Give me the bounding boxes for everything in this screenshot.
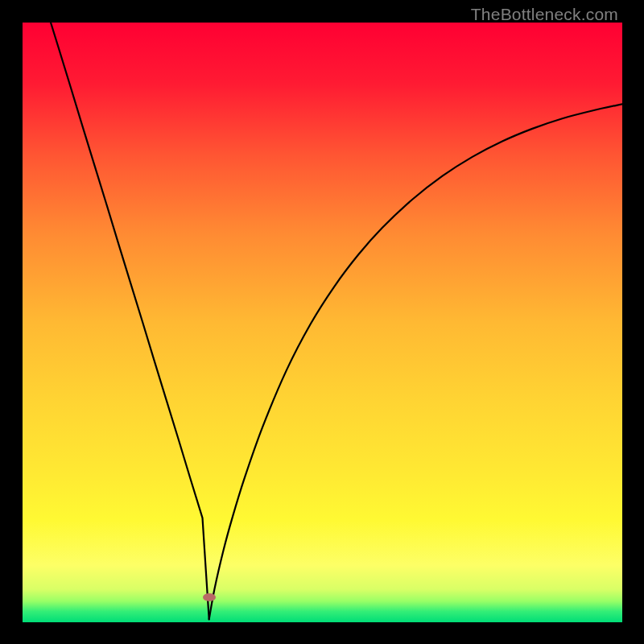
svg-rect-0 [23,23,622,622]
plot-area [23,23,622,622]
watermark-label: TheBottleneck.com [471,5,618,24]
optimum-marker [203,593,216,601]
gradient-field [23,23,622,622]
chart-frame: TheBottleneck.com [0,0,644,644]
